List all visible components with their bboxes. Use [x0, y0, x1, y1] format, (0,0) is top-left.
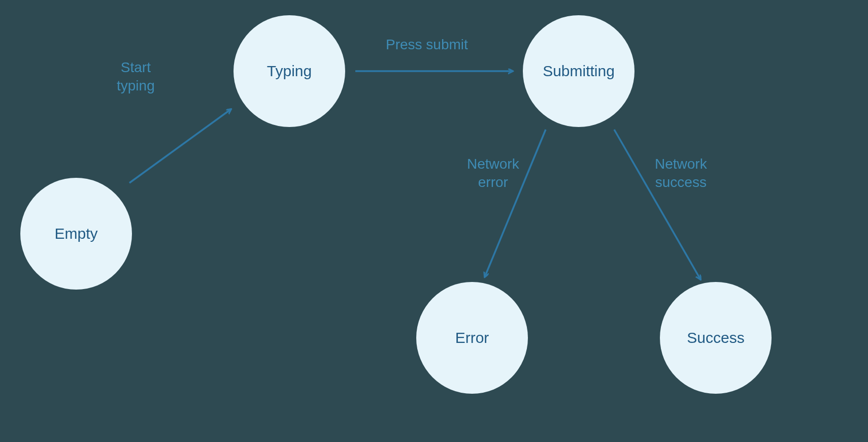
- state-node-error: Error: [416, 282, 528, 394]
- state-node-success: Success: [660, 282, 772, 394]
- state-label: Typing: [267, 62, 312, 80]
- edge-label-press-submit: Press submit: [386, 36, 468, 54]
- state-label: Empty: [54, 225, 97, 242]
- edge-label-network-success: Network success: [655, 155, 707, 192]
- arrow-network-error: [485, 130, 546, 277]
- state-label: Submitting: [543, 62, 615, 80]
- arrow-start-typing: [129, 109, 231, 183]
- edge-label-line: Network: [655, 156, 707, 172]
- edge-label-line: Start: [121, 59, 151, 75]
- edge-label-line: success: [655, 174, 707, 190]
- edge-label-line: error: [478, 174, 508, 190]
- edge-label-line: typing: [117, 78, 155, 93]
- state-label: Error: [455, 329, 489, 346]
- state-node-typing: Typing: [233, 15, 345, 127]
- arrow-network-success: [614, 130, 700, 279]
- edge-label-network-error: Network error: [467, 155, 519, 192]
- state-node-submitting: Submitting: [523, 15, 635, 127]
- state-node-empty: Empty: [20, 178, 132, 290]
- edge-label-start-typing: Start typing: [117, 58, 155, 96]
- edge-label-line: Press submit: [386, 37, 468, 52]
- edge-label-line: Network: [467, 156, 519, 172]
- state-label: Success: [687, 329, 744, 346]
